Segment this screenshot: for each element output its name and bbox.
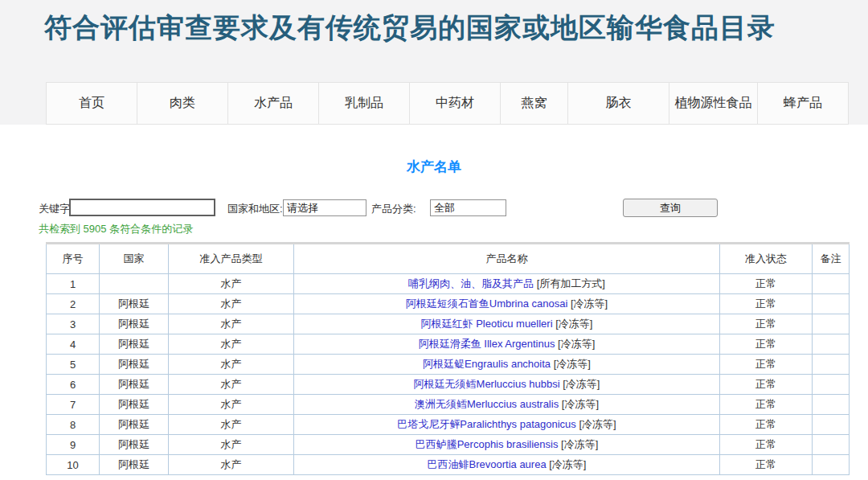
- cell-country: 阿根廷: [100, 294, 169, 314]
- cell-remark: [813, 375, 850, 395]
- cell-status: 正常: [720, 334, 813, 355]
- table-row: 3阿根廷水产阿根廷红虾 Pleoticu muelleri [冷冻等]正常: [47, 314, 850, 334]
- product-link[interactable]: 阿根廷短须石首鱼Umbrina canosai: [406, 297, 568, 310]
- cell-product: 阿根廷短须石首鱼Umbrina canosai [冷冻等]: [294, 294, 720, 314]
- section-title: 水产名单: [0, 158, 868, 176]
- cell-country: 阿根廷: [100, 455, 169, 475]
- cell-product: 澳洲无须鳕Merluccius australis [冷冻等]: [294, 395, 720, 415]
- table-row: 8阿根廷水产巴塔戈尼牙鲆Paralichthys patagonicus [冷冻…: [47, 415, 850, 435]
- product-link[interactable]: 巴塔戈尼牙鲆Paralichthys patagonicus: [397, 418, 576, 430]
- column-header-status: 准入状态: [720, 244, 813, 274]
- product-link[interactable]: 阿根廷红虾 Pleoticu muelleri: [421, 318, 553, 330]
- cell-no: 10: [47, 455, 100, 475]
- cell-product: 巴塔戈尼牙鲆Paralichthys patagonicus [冷冻等]: [294, 415, 720, 435]
- cell-product: 阿根廷红虾 Pleoticu muelleri [冷冻等]: [294, 314, 720, 334]
- category-select[interactable]: 全部: [430, 199, 506, 216]
- keyword-input[interactable]: [69, 199, 215, 216]
- product-suffix: [冷冻等]: [547, 458, 587, 470]
- nav-item-home[interactable]: 首页: [47, 83, 137, 124]
- cell-no: 1: [47, 274, 100, 294]
- product-link[interactable]: 阿根廷无须鳕Merluccius hubbsi: [414, 378, 560, 390]
- product-link[interactable]: 阿根廷鳀Engraulis anchoita: [423, 358, 551, 370]
- product-link[interactable]: 巴西鲈鰧Percophis brasiliensis: [416, 438, 559, 450]
- cell-product: 阿根廷滑柔鱼 Illex Argentinus [冷冻等]: [294, 334, 720, 355]
- cell-type: 水产: [169, 274, 294, 294]
- column-header-product: 产品名称: [294, 244, 720, 274]
- table-row: 7阿根廷水产澳洲无须鳕Merluccius australis [冷冻等]正常: [47, 395, 850, 415]
- cell-remark: [813, 294, 850, 314]
- cell-no: 7: [47, 395, 100, 415]
- cell-remark: [813, 455, 850, 475]
- cell-remark: [813, 274, 850, 294]
- nav-item-meat[interactable]: 肉类: [137, 83, 228, 124]
- page: 符合评估审查要求及有传统贸易的国家或地区输华食品目录 首页肉类水产品乳制品中药材…: [0, 0, 868, 480]
- cell-type: 水产: [169, 314, 294, 334]
- product-suffix: [冷冻等]: [567, 297, 608, 310]
- country-label: 国家和地区:: [227, 202, 283, 216]
- page-title: 符合评估审查要求及有传统贸易的国家或地区输华食品目录: [44, 10, 776, 47]
- cell-type: 水产: [169, 455, 294, 475]
- cell-no: 2: [47, 294, 100, 314]
- column-header-country: 国家: [100, 244, 169, 274]
- cell-country: 阿根廷: [100, 355, 169, 375]
- cell-product: 阿根廷无须鳕Merluccius hubbsi [冷冻等]: [294, 375, 720, 395]
- cell-product: 巴西鲈鰧Percophis brasiliensis [冷冻等]: [294, 435, 720, 455]
- product-suffix: [冷冻等]: [559, 398, 599, 410]
- cell-type: 水产: [169, 435, 294, 455]
- cell-remark: [813, 334, 850, 355]
- column-header-remark: 备注: [813, 244, 850, 274]
- column-header-no: 序号: [47, 244, 100, 274]
- table-row: 1水产哺乳纲肉、油、脂及其产品 [所有加工方式]正常: [47, 274, 850, 294]
- nav-item-tcm[interactable]: 中药材: [410, 83, 501, 124]
- cell-remark: [813, 435, 850, 455]
- cell-type: 水产: [169, 355, 294, 375]
- country-select[interactable]: 请选择: [283, 199, 366, 216]
- column-header-type: 准入产品类型: [169, 244, 294, 274]
- cell-no: 9: [47, 435, 100, 455]
- cell-no: 3: [47, 314, 100, 334]
- cell-status: 正常: [720, 294, 813, 314]
- product-link[interactable]: 澳洲无须鳕Merluccius australis: [415, 398, 559, 410]
- cell-status: 正常: [720, 274, 813, 294]
- product-suffix: [所有加工方式]: [534, 277, 605, 289]
- product-suffix: [冷冻等]: [555, 338, 595, 350]
- table-row: 6阿根廷水产阿根廷无须鳕Merluccius hubbsi [冷冻等]正常: [47, 375, 850, 395]
- table-row: 4阿根廷水产阿根廷滑柔鱼 Illex Argentinus [冷冻等]正常: [47, 334, 850, 355]
- cell-product: 阿根廷鳀Engraulis anchoita [冷冻等]: [294, 355, 720, 375]
- cell-country: 阿根廷: [100, 314, 169, 334]
- cell-no: 5: [47, 355, 100, 375]
- header-band: 符合评估审查要求及有传统贸易的国家或地区输华食品目录 首页肉类水产品乳制品中药材…: [0, 0, 868, 125]
- cell-remark: [813, 395, 850, 415]
- cell-status: 正常: [720, 455, 813, 475]
- product-link[interactable]: 巴西油鲱Brevoortia aurea: [428, 458, 547, 470]
- product-link[interactable]: 哺乳纲肉、油、脂及其产品: [408, 277, 534, 289]
- cell-type: 水产: [169, 415, 294, 435]
- table-row: 10阿根廷水产巴西油鲱Brevoortia aurea [冷冻等]正常: [47, 455, 850, 475]
- cell-type: 水产: [169, 294, 294, 314]
- cell-type: 水产: [169, 334, 294, 355]
- cell-remark: [813, 415, 850, 435]
- table-header: 序号国家准入产品类型产品名称准入状态备注: [47, 244, 850, 274]
- nav-item-casings[interactable]: 肠衣: [568, 83, 669, 124]
- nav-item-aquatic[interactable]: 水产品: [228, 83, 319, 124]
- product-suffix: [冷冻等]: [576, 418, 616, 430]
- keyword-label: 关键字:: [39, 202, 73, 216]
- cell-no: 6: [47, 375, 100, 395]
- product-link[interactable]: 阿根廷滑柔鱼 Illex Argentinus: [419, 338, 555, 350]
- cell-status: 正常: [720, 355, 813, 375]
- nav-item-bee-products[interactable]: 蜂产品: [758, 83, 848, 124]
- nav-item-birds-nest[interactable]: 燕窝: [501, 83, 568, 124]
- cell-no: 8: [47, 415, 100, 435]
- cell-country: 阿根廷: [100, 435, 169, 455]
- table-row: 5阿根廷水产阿根廷鳀Engraulis anchoita [冷冻等]正常: [47, 355, 850, 375]
- product-suffix: [冷冻等]: [553, 318, 593, 330]
- table-row: 2阿根廷水产阿根廷短须石首鱼Umbrina canosai [冷冻等]正常: [47, 294, 850, 314]
- cell-country: [100, 274, 169, 294]
- search-bar: 关键字: 国家和地区: 请选择 产品分类: 全部 查询: [0, 199, 868, 219]
- query-button[interactable]: 查询: [623, 199, 718, 217]
- cell-country: 阿根廷: [100, 334, 169, 355]
- main-nav: 首页肉类水产品乳制品中药材燕窝肠衣植物源性食品蜂产品: [46, 82, 849, 125]
- nav-item-dairy[interactable]: 乳制品: [319, 83, 410, 124]
- cell-product: 巴西油鲱Brevoortia aurea [冷冻等]: [294, 455, 720, 475]
- nav-item-plant-food[interactable]: 植物源性食品: [669, 83, 758, 124]
